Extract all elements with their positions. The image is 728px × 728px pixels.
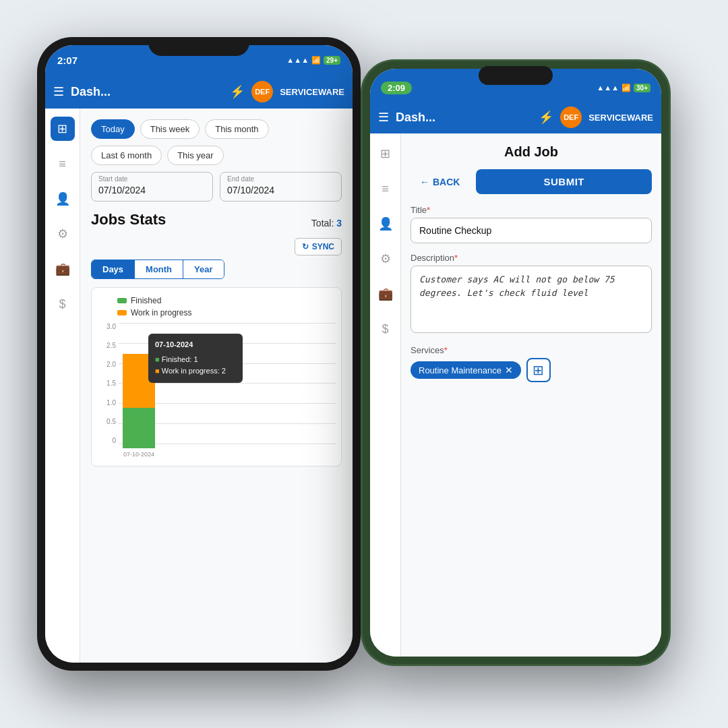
start-date-field[interactable]: Start date 07/10/2024: [91, 172, 213, 202]
services-label: Services*: [411, 345, 652, 355]
bar-segment-finished: [123, 408, 155, 448]
filter-this-year[interactable]: This year: [167, 146, 223, 165]
green-phone-screen: 2:09 ▲▲▲ 📶 30+ ☰ Dash... ⚡ DEF SERVICEWA…: [370, 69, 661, 657]
title-required: *: [427, 205, 430, 215]
green-top-nav: ☰ Dash... ⚡ DEF SERVICEWARE: [370, 101, 661, 133]
lightning-icon[interactable]: ⚡: [230, 84, 245, 99]
menu-icon[interactable]: ☰: [53, 84, 64, 99]
green-phone: 2:09 ▲▲▲ 📶 30+ ☰ Dash... ⚡ DEF SERVICEWA…: [361, 59, 671, 666]
green-nav-title: Dash...: [396, 111, 532, 125]
green-main: Add Job ← BACK SUBMIT Title*: [401, 133, 661, 657]
tab-days[interactable]: Days: [92, 260, 135, 278]
filter-last-6-month[interactable]: Last 6 month: [91, 146, 162, 165]
tooltip-finished-icon: ■: [155, 355, 160, 363]
desc-required: *: [454, 253, 458, 263]
title-field: Title*: [411, 205, 652, 243]
green-sidebar-list[interactable]: ≡: [373, 177, 398, 201]
filter-today[interactable]: Today: [91, 119, 135, 139]
y-label-05: 0.5: [107, 418, 116, 425]
status-time: 2:07: [57, 55, 78, 66]
wifi-icon: 📶: [311, 56, 321, 65]
service-chip: Routine Maintenance ✕: [411, 361, 521, 379]
green-battery: 30+: [634, 84, 650, 92]
description-textarea[interactable]: Customer says AC will not go below 75 de…: [411, 266, 652, 333]
green-sidebar-users[interactable]: 👤: [373, 212, 398, 236]
status-icons: ▲▲▲ 📶 29+: [286, 56, 340, 65]
bar-stack: 07-10-2024 ■ Finished: 1 ■ Work in progr…: [123, 327, 155, 448]
chart-tabs: Days Month Year: [91, 260, 224, 279]
filter-this-month[interactable]: This month: [205, 119, 268, 139]
green-nav-service: SERVICEWARE: [588, 113, 653, 123]
green-status-icons: ▲▲▲ 📶 30+: [597, 84, 650, 92]
notch: [148, 37, 249, 56]
services-field: Services* Routine Maintenance ✕ ⊞: [411, 345, 652, 382]
sync-icon: ↻: [302, 242, 309, 251]
y-label-2: 2.0: [107, 361, 116, 368]
title-label: Title*: [411, 205, 652, 215]
jobs-header: Jobs Stats Total: 3: [91, 211, 342, 229]
services-required: *: [444, 345, 448, 355]
green-menu-icon[interactable]: ☰: [378, 110, 389, 125]
nav-avatar[interactable]: DEF: [251, 81, 273, 102]
chart-legend: Finished Work in progress: [97, 296, 336, 317]
back-arrow-icon: ←: [420, 177, 429, 187]
legend-finished-label: Finished: [131, 296, 161, 305]
tooltip-finished: ■ Finished: 1: [155, 354, 236, 366]
green-lightning-icon[interactable]: ⚡: [539, 110, 553, 125]
tab-month[interactable]: Month: [135, 260, 183, 278]
tooltip-wip-label: Work in progress: 2: [162, 367, 226, 375]
green-wifi-icon: 📶: [621, 84, 631, 92]
bar-chart: 3.0 2.5 2.0 1.5 1.0 0.5 0: [97, 323, 336, 458]
nav-title: Dash...: [71, 85, 223, 99]
black-phone-screen: 2:07 ▲▲▲ 📶 29+ ☰ Dash... ⚡ DEF SERVICEWA…: [45, 45, 353, 663]
sidebar-item-jobs[interactable]: 💼: [51, 257, 75, 281]
sidebar-item-dashboard[interactable]: ⊞: [51, 117, 75, 141]
submit-button[interactable]: SUBMIT: [476, 169, 652, 194]
top-nav: ☰ Dash... ⚡ DEF SERVICEWARE: [45, 75, 353, 109]
green-sidebar-jobs[interactable]: 💼: [373, 282, 398, 306]
services-row: Routine Maintenance ✕ ⊞: [411, 358, 652, 382]
sidebar-item-list[interactable]: ≡: [51, 152, 75, 176]
filter-row-2: Last 6 month This year: [91, 146, 342, 165]
x-label: 07-10-2024: [123, 451, 154, 458]
sidebar-item-billing[interactable]: $: [51, 292, 75, 316]
green-sidebar: ⊞ ≡ 👤 ⚙ 💼 $: [370, 133, 401, 657]
y-label-0: 0: [112, 437, 116, 444]
end-date-field[interactable]: End date 07/10/2024: [220, 172, 342, 202]
start-date-value: 07/10/2024: [98, 185, 206, 195]
green-sidebar-dashboard[interactable]: ⊞: [373, 142, 398, 166]
tooltip-finished-label: Finished: 1: [162, 355, 198, 363]
title-input[interactable]: [411, 218, 652, 243]
phone-container: 2:07 ▲▲▲ 📶 29+ ☰ Dash... ⚡ DEF SERVICEWA…: [0, 0, 728, 728]
chart-area: Finished Work in progress 3.0: [91, 287, 342, 466]
service-chip-remove[interactable]: ✕: [505, 365, 513, 375]
legend-wip-dot: [117, 310, 127, 315]
add-job-title: Add Job: [411, 144, 652, 160]
sidebar-item-users[interactable]: 👤: [51, 187, 75, 211]
description-label: Description*: [411, 253, 652, 263]
green-nav-avatar[interactable]: DEF: [560, 107, 582, 128]
green-notch: [479, 66, 553, 85]
tab-year[interactable]: Year: [183, 260, 223, 278]
green-sidebar-settings[interactable]: ⚙: [373, 247, 398, 271]
tooltip-date: 07-10-2024: [155, 339, 236, 351]
service-chip-label: Routine Maintenance: [419, 365, 502, 375]
back-button[interactable]: ← BACK: [411, 169, 469, 194]
main-content: Today This week This month Last 6 month …: [80, 109, 353, 663]
legend-wip: Work in progress: [117, 308, 336, 317]
sync-button[interactable]: ↻ SYNC: [295, 238, 342, 255]
date-row: Start date 07/10/2024 End date 07/10/202…: [91, 172, 342, 202]
sidebar-item-settings[interactable]: ⚙: [51, 222, 75, 246]
battery-icon: 29+: [324, 56, 340, 65]
start-date-label: Start date: [98, 175, 127, 183]
sidebar: ⊞ ≡ 👤 ⚙ 💼 $: [45, 109, 80, 663]
bar-group: 07-10-2024 ■ Finished: 1 ■ Work in progr…: [119, 327, 159, 458]
y-axis: 3.0 2.5 2.0 1.5 1.0 0.5 0: [97, 323, 116, 444]
end-date-label: End date: [227, 175, 254, 183]
green-sidebar-billing[interactable]: $: [373, 317, 398, 341]
y-label-15: 1.5: [107, 380, 116, 387]
add-service-button[interactable]: ⊞: [526, 358, 551, 382]
filter-this-week[interactable]: This week: [140, 119, 200, 139]
green-signal-icon: ▲▲▲: [597, 84, 619, 92]
content-area: ⊞ ≡ 👤 ⚙ 💼 $ Today This week This month: [45, 109, 353, 663]
